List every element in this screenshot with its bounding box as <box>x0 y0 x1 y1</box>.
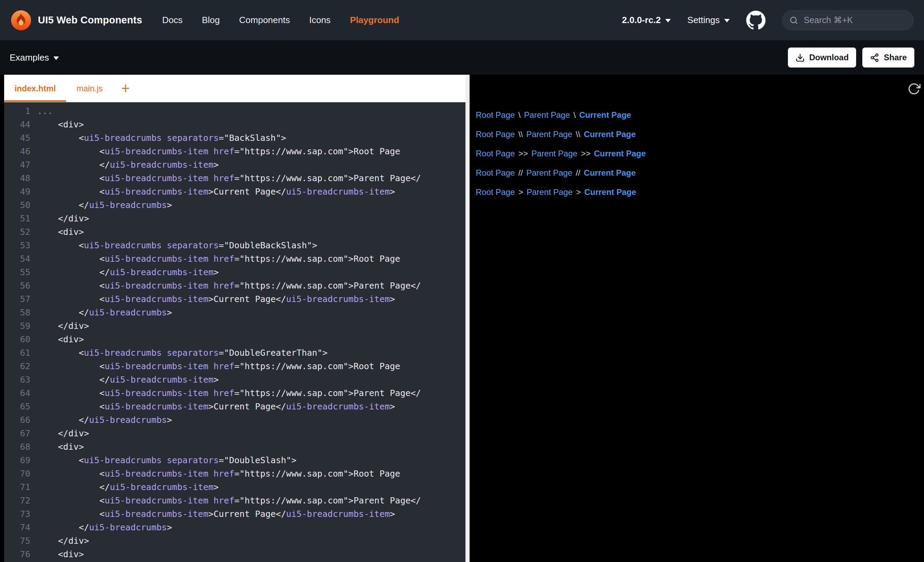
breadcrumb-link-root[interactable]: Root Page <box>476 129 515 139</box>
examples-dropdown[interactable]: Examples <box>10 52 59 63</box>
pane-resizer[interactable] <box>465 75 470 562</box>
line-number: 66 <box>4 413 37 427</box>
breadcrumb-link-parent[interactable]: Parent Page <box>526 129 572 139</box>
nav-item-blog[interactable]: Blog <box>202 15 220 25</box>
code-line: 64 <ui5-breadcrumbs-item href="https://w… <box>4 387 465 400</box>
line-number: 64 <box>4 387 37 400</box>
breadcrumb-current: Current Page <box>594 149 646 159</box>
breadcrumb-row: Root Page\\Parent Page\\Current Page <box>476 124 918 144</box>
breadcrumb-current: Current Page <box>584 187 636 197</box>
code-line: 66 </ui5-breadcrumbs> <box>4 413 465 427</box>
chevron-down-icon <box>53 57 59 60</box>
line-number: 47 <box>4 158 37 171</box>
chevron-down-icon <box>724 19 730 22</box>
code-editor[interactable]: 1...44 <div>45 <ui5-breadcrumbs separato… <box>4 102 465 562</box>
code-line: 72 <ui5-breadcrumbs-item href="https://w… <box>4 494 465 507</box>
line-number: 73 <box>4 507 37 521</box>
editor-tab-main.js[interactable]: main.js <box>66 75 113 102</box>
refresh-icon <box>908 82 921 95</box>
line-number: 55 <box>4 265 37 279</box>
nav-item-playground[interactable]: Playground <box>350 15 399 25</box>
line-number: 68 <box>4 440 37 454</box>
code-line: 69 <ui5-breadcrumbs separators="DoubleSl… <box>4 454 465 467</box>
playground-content: index.htmlmain.js+ 1...44 <div>45 <ui5-b… <box>0 75 924 562</box>
github-icon[interactable] <box>746 10 765 30</box>
breadcrumb-link-parent[interactable]: Parent Page <box>526 168 572 178</box>
breadcrumb-current: Current Page <box>584 168 636 178</box>
code-line: 75 </div> <box>4 534 465 547</box>
settings-label: Settings <box>687 15 720 25</box>
breadcrumb-link-parent[interactable]: Parent Page <box>524 110 570 120</box>
share-button[interactable]: Share <box>862 48 914 67</box>
breadcrumb-row: Root Page\Parent Page\Current Page <box>476 105 918 124</box>
preview-pane: Root Page\Parent Page\Current PageRoot P… <box>470 75 924 562</box>
add-tab-button[interactable]: + <box>113 75 138 102</box>
examples-label: Examples <box>10 52 49 63</box>
line-number: 57 <box>4 292 37 306</box>
breadcrumb-link-root[interactable]: Root Page <box>476 110 515 120</box>
main-nav: DocsBlogComponentsIconsPlayground <box>162 15 399 25</box>
line-number: 60 <box>4 333 37 346</box>
code-line: 46 <ui5-breadcrumbs-item href="https://w… <box>4 145 465 158</box>
nav-item-components[interactable]: Components <box>239 15 290 25</box>
search-icon <box>789 16 798 25</box>
refresh-button[interactable] <box>908 82 921 95</box>
breadcrumb-link-root[interactable]: Root Page <box>476 187 515 197</box>
code-line: 56 <ui5-breadcrumbs-item href="https://w… <box>4 279 465 292</box>
code-line: 60 <div> <box>4 333 465 346</box>
code-line: 44 <div> <box>4 118 465 131</box>
line-number: 48 <box>4 171 37 185</box>
line-number: 44 <box>4 118 37 131</box>
breadcrumb-separator: \ <box>518 110 520 120</box>
code-line: 61 <ui5-breadcrumbs separators="DoubleGr… <box>4 346 465 360</box>
breadcrumb-separator: > <box>576 187 581 197</box>
breadcrumb-link-parent[interactable]: Parent Page <box>531 149 577 159</box>
ui5-logo-icon[interactable] <box>10 10 32 31</box>
chevron-down-icon <box>665 19 671 22</box>
line-number: 71 <box>4 480 37 494</box>
line-number: 61 <box>4 346 37 360</box>
code-line: 45 <ui5-breadcrumbs separators="BackSlas… <box>4 131 465 145</box>
brand-title: UI5 Web Components <box>38 15 142 26</box>
settings-dropdown[interactable]: Settings <box>687 15 730 25</box>
breadcrumb-link-parent[interactable]: Parent Page <box>526 187 572 197</box>
breadcrumb-separator: >> <box>518 149 528 159</box>
code-line: 67 </div> <box>4 427 465 440</box>
line-number: 69 <box>4 454 37 467</box>
code-line: 1... <box>4 104 465 118</box>
editor-pane: index.htmlmain.js+ 1...44 <div>45 <ui5-b… <box>4 75 465 562</box>
nav-item-icons[interactable]: Icons <box>309 15 330 25</box>
breadcrumb-current: Current Page <box>579 110 631 120</box>
brand[interactable]: UI5 Web Components <box>10 10 142 31</box>
editor-tab-index.html[interactable]: index.html <box>4 75 66 102</box>
code-line: 68 <div> <box>4 440 465 454</box>
download-icon <box>795 53 805 62</box>
breadcrumb-link-root[interactable]: Root Page <box>476 168 515 178</box>
line-number: 53 <box>4 239 37 252</box>
code-line: 55 </ui5-breadcrumbs-item> <box>4 265 465 279</box>
search-input[interactable] <box>803 15 906 25</box>
line-number: 45 <box>4 131 37 145</box>
line-number: 46 <box>4 145 37 158</box>
breadcrumb-row: Root Page>>Parent Page>>Current Page <box>476 144 918 163</box>
breadcrumbs-preview: Root Page\Parent Page\Current PageRoot P… <box>476 105 918 202</box>
code-line: 57 <ui5-breadcrumbs-item>Current Page</u… <box>4 292 465 306</box>
code-line: 53 <ui5-breadcrumbs separators="DoubleBa… <box>4 239 465 252</box>
code-line: 58 </ui5-breadcrumbs> <box>4 306 465 319</box>
code-line: 51 </div> <box>4 212 465 225</box>
top-header: UI5 Web Components DocsBlogComponentsIco… <box>0 0 924 40</box>
download-button[interactable]: Download <box>788 48 856 67</box>
left-gap <box>0 75 4 562</box>
breadcrumb-separator: \ <box>574 110 576 120</box>
search-box <box>782 10 914 30</box>
line-number: 51 <box>4 212 37 225</box>
version-dropdown[interactable]: 2.0.0-rc.2 <box>622 15 671 25</box>
line-number: 52 <box>4 225 37 239</box>
breadcrumb-separator: // <box>518 168 523 178</box>
toolbar-actions: Download Share <box>788 48 914 67</box>
breadcrumb-link-root[interactable]: Root Page <box>476 149 515 159</box>
version-label: 2.0.0-rc.2 <box>622 15 661 25</box>
nav-item-docs[interactable]: Docs <box>162 15 183 25</box>
code-line: 50 </ui5-breadcrumbs> <box>4 198 465 212</box>
code-line: 52 <div> <box>4 225 465 239</box>
